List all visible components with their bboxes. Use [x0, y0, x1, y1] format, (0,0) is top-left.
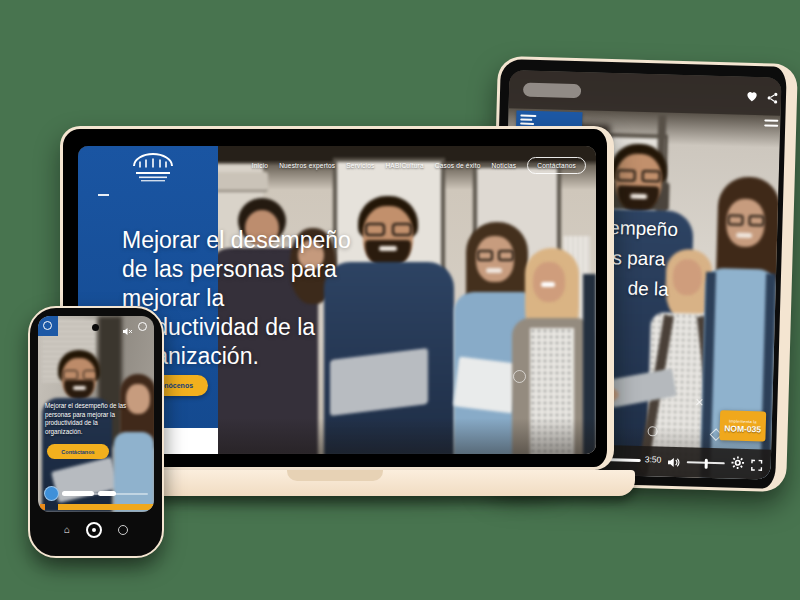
nav-contact-button[interactable]: Contáctanos — [527, 157, 586, 174]
photo-woman-smile — [736, 233, 752, 238]
headline-fragment: de la — [627, 274, 676, 305]
tablet-headline-fragments: empeño s para de la — [607, 213, 678, 305]
phone-cta-button[interactable]: Contáctanos — [47, 444, 109, 459]
photo-woman-shirt — [114, 432, 154, 512]
nom-badge-big-text: NOM-035 — [724, 423, 761, 434]
hamburger-menu-icon[interactable] — [764, 119, 778, 129]
address-pill[interactable] — [523, 83, 581, 99]
nav-item-casos-de-exito[interactable]: Casos de éxito — [435, 162, 481, 169]
photo-man-glasses — [642, 170, 661, 183]
video-elapsed-time: 3:50 — [645, 454, 662, 464]
nav-item-nuestros-expertos[interactable]: Nuestros expertos — [279, 162, 335, 169]
deco-x — [695, 398, 703, 406]
headline-line: personas para mejorar la — [45, 411, 151, 420]
scrubber-knob[interactable] — [44, 486, 59, 501]
tablet-browser-bar — [509, 70, 782, 116]
scrubber-segment[interactable] — [62, 491, 94, 496]
phone-device: Mejorar el desempeño de las personas par… — [28, 306, 164, 558]
phone-headline: Mejorar el desempeño de las personas par… — [45, 402, 151, 436]
site-logo[interactable] — [124, 151, 182, 191]
site-logo-chip — [38, 316, 58, 336]
volume-icon[interactable] — [666, 454, 680, 472]
volume-slider-knob[interactable] — [705, 459, 708, 469]
headline-fragment: s para — [612, 243, 677, 275]
photo-man-smile — [630, 194, 647, 199]
photo-man-beard — [64, 380, 94, 400]
deco-circle — [513, 370, 526, 383]
nav-item-habicultura[interactable]: HABICultura — [385, 162, 423, 169]
scene: empeño s para de la Implementa la NOM-03… — [0, 0, 800, 600]
photo-woman-glasses — [498, 250, 514, 261]
photo-man-glasses — [365, 223, 385, 236]
bottom-banner-strip — [58, 504, 154, 510]
photo-man-glasses — [83, 370, 98, 380]
headline-line: productividad de la — [45, 419, 151, 428]
player-option-icon[interactable] — [138, 322, 147, 331]
photo-woman-glasses — [748, 215, 764, 226]
phone-navbar: ⌂ — [30, 510, 162, 550]
share-icon[interactable] — [766, 90, 780, 104]
camera-punch-hole — [92, 324, 99, 331]
settings-gear-icon[interactable] — [730, 456, 744, 474]
nom-035-badge: Implementa la NOM-035 — [719, 410, 766, 441]
photo-woman-glasses — [477, 250, 493, 261]
headline-line: Mejorar el desempeño de las — [45, 402, 151, 411]
mute-icon[interactable] — [122, 322, 133, 340]
nav-item-noticias[interactable]: Noticias — [492, 162, 517, 169]
record-button-icon[interactable] — [86, 522, 102, 538]
fullscreen-icon[interactable] — [750, 457, 762, 475]
phone-screen: Mejorar el desempeño de las personas par… — [38, 316, 154, 512]
photo-man-glasses — [392, 223, 412, 236]
nav-item-servicios[interactable]: Servicios — [346, 162, 374, 169]
heart-icon[interactable] — [745, 89, 759, 103]
home-icon[interactable]: ⌂ — [64, 525, 70, 535]
main-nav: Inicio Nuestros expertos Servicios HABIC… — [198, 156, 586, 174]
photo-man-smile — [73, 386, 86, 390]
headline-line: mejorar la — [122, 284, 351, 313]
photo-man-glasses — [63, 370, 78, 380]
recent-apps-icon[interactable] — [118, 525, 128, 535]
scrubber-segment[interactable] — [98, 491, 116, 496]
photo-man-glasses — [617, 169, 636, 182]
photo-woman-smile — [486, 268, 502, 273]
photo-man-smile — [379, 246, 397, 251]
headline-line: Mejorar el desempeño — [122, 226, 351, 255]
headline-line: organización. — [45, 428, 151, 437]
photo-blonde-smile — [541, 282, 555, 287]
headline-fragment: empeño — [609, 213, 678, 245]
laptop-base-notch — [287, 470, 383, 481]
photo-woman-glasses — [727, 214, 743, 225]
photo-tablet-prop — [453, 357, 519, 414]
nav-item-inicio[interactable]: Inicio — [252, 162, 268, 169]
headline-line: de las personas para — [122, 255, 351, 284]
hero-dash — [98, 194, 109, 196]
